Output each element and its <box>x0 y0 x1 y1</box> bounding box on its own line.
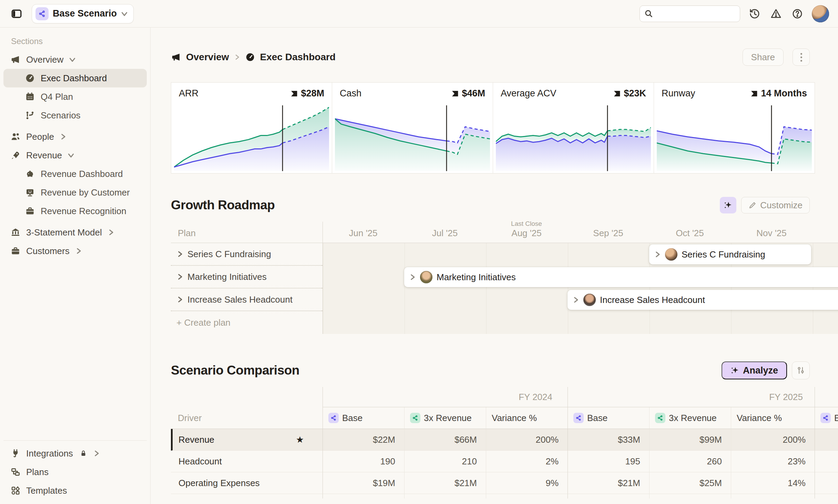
column-header-base[interactable]: Base <box>323 407 404 429</box>
percent-settings-button[interactable] <box>792 361 810 379</box>
search-input[interactable] <box>656 9 736 19</box>
lock-icon <box>79 449 88 458</box>
month-label: Oct '25 <box>676 228 704 239</box>
plug-icon <box>10 448 21 459</box>
table-cell[interactable]: $21M <box>568 472 649 494</box>
megaphone-icon <box>171 52 181 62</box>
table-cell[interactable]: 23% <box>731 451 815 472</box>
sidebar-item-customers[interactable]: Customers <box>3 242 147 260</box>
calendar-icon <box>25 92 35 102</box>
sidebar-item-integrations[interactable]: Integrations <box>3 444 147 463</box>
table-cell[interactable] <box>815 451 838 472</box>
table-cell[interactable]: 260 <box>649 451 731 472</box>
more-options-button[interactable] <box>793 49 810 66</box>
table-cell[interactable]: $19M <box>323 472 404 494</box>
briefcase-icon <box>10 246 21 256</box>
month-label: Nov '25 <box>756 228 786 239</box>
customize-button[interactable]: Customize <box>741 197 810 213</box>
sidebar-item-templates[interactable]: Templates <box>3 481 147 500</box>
arr-sparkline-chart <box>174 104 329 171</box>
column-header-3x-revenue-fy25[interactable]: 3x Revenue <box>649 407 731 429</box>
sidebar-item-people[interactable]: People <box>3 127 147 146</box>
bank-icon <box>10 227 21 238</box>
column-header-3x-revenue[interactable]: 3x Revenue <box>404 407 486 429</box>
sidebar-item-q4-plan[interactable]: Q4 Plan <box>3 87 147 106</box>
table-cell[interactable]: 14% <box>731 472 815 494</box>
chevron-right-icon <box>176 273 183 280</box>
avatar <box>583 294 596 306</box>
table-cell[interactable] <box>815 472 838 494</box>
search-box[interactable] <box>640 6 740 22</box>
avatar <box>665 248 677 261</box>
table-cell[interactable]: $33M <box>568 429 649 451</box>
sidebar-section-label: Sections <box>11 36 147 46</box>
breadcrumb: Overview Exec Dashboard Share <box>171 48 838 66</box>
table-cell[interactable]: $99M <box>649 429 731 451</box>
sidebar-item-revenue-recognition[interactable]: Revenue Recognition <box>3 202 147 220</box>
table-cell[interactable]: 200% <box>731 429 815 451</box>
sidebar-item-label: Exec Dashboard <box>41 73 107 84</box>
table-cell[interactable]: 200% <box>486 429 568 451</box>
gantt-bar-series-c-fundraising[interactable]: Series C Fundraising <box>649 244 811 264</box>
column-header-variance[interactable]: Variance % <box>486 407 568 429</box>
create-plan-button[interactable]: + Create plan <box>171 311 323 334</box>
scenario-switcher[interactable]: Base Scenario <box>32 4 134 23</box>
table-cell[interactable]: $25M <box>649 472 731 494</box>
kpi-card-average-acv[interactable]: Average ACV $23K <box>493 83 654 173</box>
group-header-fy2024: FY 2024 <box>323 387 568 407</box>
gantt-bar-increase-sales-headcount[interactable]: Increase Sales Headcount <box>568 290 838 310</box>
group-header-fy2025: FY 2025 <box>568 387 815 407</box>
sidebar-item-exec-dashboard[interactable]: Exec Dashboard <box>3 69 147 87</box>
table-row-driver[interactable]: Revenue ★ <box>171 429 323 451</box>
star-icon[interactable]: ★ <box>296 434 304 445</box>
table-cell[interactable]: $21M <box>404 472 486 494</box>
table-cell[interactable]: 195 <box>568 451 649 472</box>
kpi-card-arr[interactable]: ARR $28M <box>171 83 332 173</box>
plan-column-divider <box>323 222 323 243</box>
table-cell[interactable]: 210 <box>404 451 486 472</box>
table-cell[interactable]: 2% <box>486 451 568 472</box>
sidebar-toggle-button[interactable] <box>9 6 24 21</box>
ai-sparkle-button[interactable] <box>720 197 736 213</box>
share-button[interactable]: Share <box>743 49 784 66</box>
table-cell[interactable]: $66M <box>404 429 486 451</box>
sidebar-item-scenarios[interactable]: Scenarios <box>3 106 147 125</box>
gantt-bar-marketing-initiatives[interactable]: Marketing Initiatives <box>404 267 838 287</box>
plan-list-item[interactable]: Marketing Initiatives <box>171 266 323 288</box>
column-header-base-fy25[interactable]: Base <box>568 407 649 429</box>
table-cell[interactable]: 190 <box>323 451 404 472</box>
help-icon[interactable] <box>790 7 804 21</box>
breadcrumb-separator-icon <box>234 54 240 60</box>
table-row-driver[interactable]: Operating Expenses <box>171 472 323 494</box>
kpi-card-runway[interactable]: Runway 14 Months <box>654 83 815 173</box>
alerts-icon[interactable] <box>769 7 783 21</box>
chevron-down-icon <box>68 152 74 159</box>
table-cell[interactable] <box>815 429 838 451</box>
analyze-button[interactable]: Analyze <box>722 361 787 379</box>
user-avatar[interactable] <box>812 5 829 22</box>
table-row-driver[interactable]: Headcount <box>171 451 323 472</box>
sidebar-item-revenue[interactable]: Revenue <box>3 146 147 165</box>
breadcrumb-page[interactable]: Exec Dashboard <box>260 52 336 63</box>
column-header-partial-base[interactable]: Base <box>815 407 838 429</box>
sidebar-item-plans[interactable]: Plans <box>3 463 147 481</box>
kpi-value: 14 Months <box>761 88 807 99</box>
kpi-card-cash[interactable]: Cash $46M <box>332 83 493 173</box>
table-cell[interactable]: $22M <box>323 429 404 451</box>
group-header-partial <box>815 387 838 407</box>
sidebar-item-revenue-dashboard[interactable]: Revenue Dashboard <box>3 165 147 183</box>
plan-list-item[interactable]: Series C Fundraising <box>171 243 323 266</box>
sidebar-item-3-statement-model[interactable]: 3-Statement Model <box>3 223 147 242</box>
sidebar-item-overview[interactable]: Overview <box>3 50 147 69</box>
scenario-branch-icon <box>35 7 49 20</box>
plan-list-item[interactable]: Increase Sales Headcount <box>171 288 323 311</box>
breadcrumb-section[interactable]: Overview <box>186 52 229 63</box>
table-cell[interactable]: 9% <box>486 472 568 494</box>
sidebar-item-label: Revenue Recognition <box>41 206 126 217</box>
kpi-value: $23K <box>624 88 646 99</box>
table-row-partial <box>171 494 323 498</box>
sidebar-item-revenue-by-customer[interactable]: Revenue by Customer <box>3 183 147 202</box>
column-header-variance-fy25[interactable]: Variance % <box>731 407 815 429</box>
history-icon[interactable] <box>748 7 762 21</box>
month-label: Jul '25 <box>432 228 458 239</box>
